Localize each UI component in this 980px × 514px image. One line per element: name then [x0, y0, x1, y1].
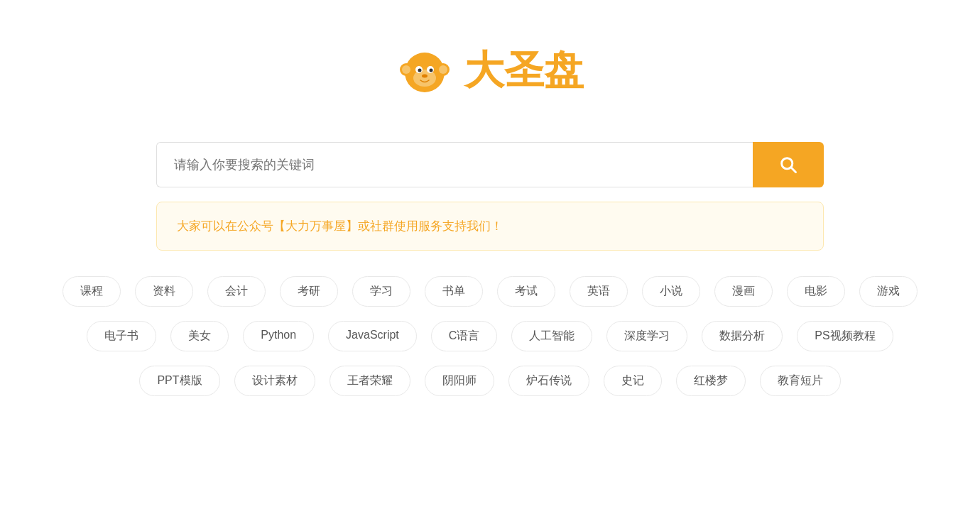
tag-item[interactable]: 人工智能: [511, 321, 592, 351]
tag-item[interactable]: 游戏: [859, 276, 918, 307]
notice-box: 大家可以在公众号【大力万事屋】或社群使用服务支持我们！: [156, 202, 824, 251]
svg-line-12: [791, 168, 795, 172]
tag-item[interactable]: 美女: [170, 321, 229, 351]
tag-item[interactable]: 王者荣耀: [330, 366, 410, 396]
tag-item[interactable]: 漫画: [714, 276, 773, 307]
tag-item[interactable]: 史记: [604, 366, 662, 396]
tag-item[interactable]: 小说: [642, 276, 700, 307]
tag-item[interactable]: 英语: [570, 276, 628, 307]
tags-section: 课程资料会计考研学习书单考试英语小说漫画电影游戏 电子书美女PythonJava…: [78, 276, 902, 396]
monkey-logo-icon: [396, 43, 453, 99]
tag-item[interactable]: 数据分析: [702, 321, 783, 351]
tags-row-3: PPT模版设计素材王者荣耀阴阳师炉石传说史记红楼梦教育短片: [139, 366, 840, 396]
search-icon: [778, 155, 798, 175]
search-input[interactable]: [156, 142, 753, 187]
tag-item[interactable]: C语言: [431, 321, 498, 351]
tag-item[interactable]: 深度学习: [606, 321, 687, 351]
svg-point-8: [418, 69, 422, 72]
tag-item[interactable]: 电影: [787, 276, 845, 307]
tag-item[interactable]: 考研: [280, 276, 338, 307]
svg-point-10: [422, 75, 428, 78]
tag-item[interactable]: 会计: [207, 276, 266, 307]
tag-item[interactable]: PS视频教程: [797, 321, 893, 351]
tags-row-2: 电子书美女PythonJavaScriptC语言人工智能深度学习数据分析PS视频…: [87, 321, 893, 351]
tag-item[interactable]: 书单: [425, 276, 483, 307]
tag-item[interactable]: 考试: [497, 276, 555, 307]
tag-item[interactable]: 资料: [135, 276, 193, 307]
tag-item[interactable]: JavaScript: [328, 321, 417, 351]
tag-item[interactable]: 阴阳师: [425, 366, 494, 396]
logo-title: 大圣盘: [464, 44, 584, 98]
tag-item[interactable]: 课程: [62, 276, 121, 307]
search-section: [156, 142, 824, 187]
notice-text: 大家可以在公众号【大力万事屋】或社群使用服务支持我们！: [177, 217, 803, 236]
logo-section: 大圣盘: [396, 43, 584, 99]
tag-item[interactable]: 学习: [352, 276, 410, 307]
tag-item[interactable]: 红楼梦: [676, 366, 746, 396]
tag-item[interactable]: PPT模版: [139, 366, 219, 396]
tag-item[interactable]: 教育短片: [760, 366, 841, 396]
tag-item[interactable]: Python: [243, 321, 314, 351]
tag-item[interactable]: 炉石传说: [508, 366, 589, 396]
tags-row-1: 课程资料会计考研学习书单考试英语小说漫画电影游戏: [62, 276, 918, 307]
svg-point-4: [439, 65, 447, 74]
svg-point-9: [430, 69, 433, 72]
search-button[interactable]: [753, 142, 824, 187]
tag-item[interactable]: 电子书: [87, 321, 156, 351]
svg-point-2: [402, 65, 410, 74]
tag-item[interactable]: 设计素材: [234, 366, 315, 396]
